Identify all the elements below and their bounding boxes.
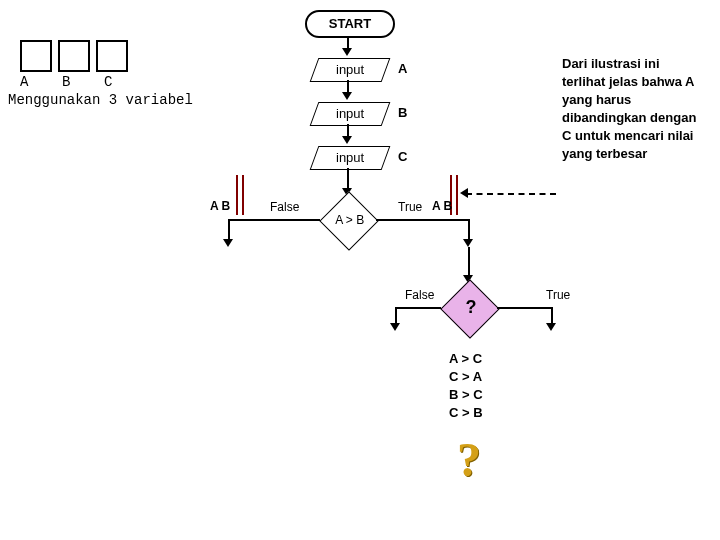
true-label: True	[398, 200, 422, 214]
connector	[468, 219, 470, 241]
decision-a-gt-b: A > B	[319, 191, 378, 250]
var-box-b	[58, 40, 90, 72]
arrow-down-icon	[342, 48, 352, 56]
decision-label: A > B	[330, 213, 370, 227]
connector	[376, 219, 470, 221]
compare-item: A > C	[449, 350, 483, 368]
arrow-down-icon	[390, 323, 400, 331]
dashed-connector	[466, 193, 556, 195]
false-label-2: False	[405, 288, 434, 302]
bar-icon	[456, 175, 458, 215]
illustration-note: Dari ilustrasi ini terlihat jelas bahwa …	[562, 55, 702, 163]
connector	[347, 168, 349, 190]
connector	[228, 219, 320, 221]
connector	[468, 247, 470, 277]
compare-item: C > B	[449, 404, 483, 422]
compare-list: A > C C > A B > C C > B	[449, 350, 483, 422]
input-a-var: A	[398, 61, 407, 76]
ab-mark-right: A B	[432, 199, 452, 213]
connector	[395, 307, 441, 309]
compare-item: C > A	[449, 368, 483, 386]
arrow-down-icon	[546, 323, 556, 331]
var-caption: Menggunakan 3 variabel	[8, 92, 193, 108]
arrow-down-icon	[463, 239, 473, 247]
input-a-node: input	[310, 58, 391, 82]
var-box-c	[96, 40, 128, 72]
arrow-down-icon	[342, 136, 352, 144]
arrow-down-icon	[223, 239, 233, 247]
arrow-down-icon	[342, 92, 352, 100]
input-label: input	[336, 147, 364, 169]
question-symbol: ?	[451, 297, 491, 318]
start-node: START	[305, 10, 395, 38]
false-label: False	[270, 200, 299, 214]
input-label: input	[336, 103, 364, 125]
input-b-node: input	[310, 102, 391, 126]
input-label: input	[336, 59, 364, 81]
bar-icon	[236, 175, 238, 215]
input-b-var: B	[398, 105, 407, 120]
arrow-left-icon	[460, 188, 468, 198]
var-box-a	[20, 40, 52, 72]
true-label-2: True	[546, 288, 570, 302]
start-label: START	[329, 16, 371, 31]
ab-mark-left: A B	[210, 199, 230, 213]
connector	[228, 219, 230, 241]
connector	[497, 307, 553, 309]
var-labels: A B C	[20, 74, 112, 90]
input-c-node: input	[310, 146, 391, 170]
compare-item: B > C	[449, 386, 483, 404]
input-c-var: C	[398, 149, 407, 164]
decision-question: ?	[440, 279, 499, 338]
bar-icon	[242, 175, 244, 215]
big-question-icon: ?	[457, 432, 481, 487]
